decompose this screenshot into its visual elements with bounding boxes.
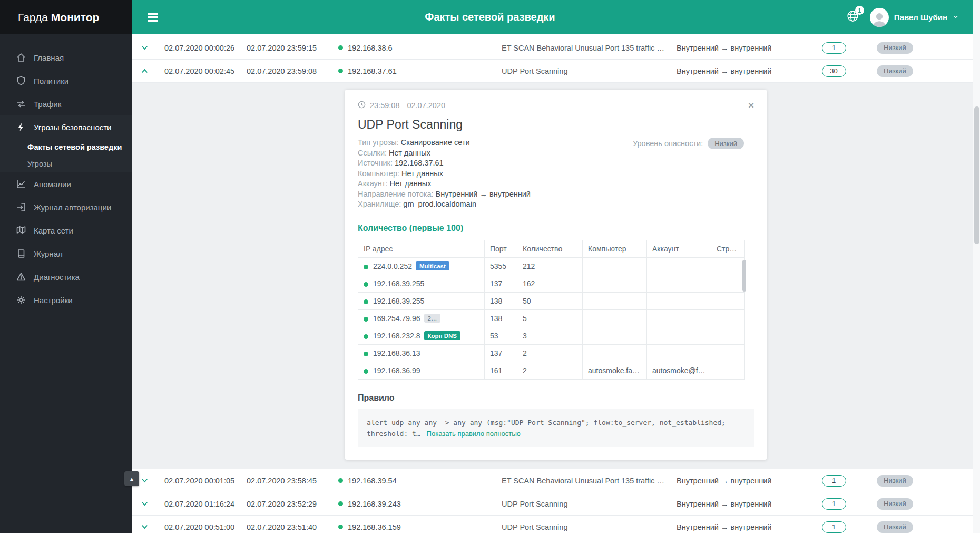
- danger-level: Низкий: [866, 521, 980, 533]
- count-country: [711, 362, 745, 379]
- expand-row-button[interactable]: [132, 500, 157, 508]
- sidebar-item-traffic[interactable]: Трафик: [0, 92, 132, 115]
- app-logo[interactable]: Гарда Монитор: [0, 0, 132, 34]
- row-detail-panel: 23:59:08 02.07.2020 × UDP Port Scanning …: [132, 83, 980, 469]
- expand-row-button[interactable]: [132, 523, 157, 531]
- count-section-title: Количество (первые 100): [358, 224, 754, 233]
- danger-level-badge: Низкий: [708, 138, 744, 149]
- sidebar-item-main[interactable]: Главная: [0, 46, 132, 69]
- sidebar-item-diagnostics[interactable]: Диагностика: [0, 265, 132, 288]
- count-col-header: Количество: [517, 240, 583, 257]
- time-end: 02.07.2020 23:59:08: [247, 67, 335, 75]
- fact-row[interactable]: 02.07.2020 00:02:4502.07.2020 23:59:0819…: [132, 60, 980, 83]
- sidebar-nav: ГлавнаяПолитикиТрафикУгрозы безопасности…: [0, 34, 132, 312]
- detail-field: Аккаунт:Нет данных: [358, 179, 633, 189]
- ip-status-dot: [364, 334, 368, 339]
- count-table-header: IP адресПортКоличествоКомпьютерАккаунтСт…: [358, 240, 745, 257]
- sidebar-subitem-recon-facts[interactable]: Факты сетевой разведки: [0, 139, 132, 156]
- scroll-to-top-button[interactable]: ▲: [124, 471, 139, 486]
- scrollbar-thumb[interactable]: [974, 106, 979, 244]
- count-pill: 1: [822, 475, 846, 487]
- bolt-icon: [16, 122, 26, 132]
- count-pill: 1: [822, 42, 846, 54]
- sidebar-item-label: Главная: [34, 53, 64, 62]
- show-full-rule-link[interactable]: Показать правило полностью: [427, 430, 521, 438]
- ip-status-dot: [364, 299, 368, 304]
- sidebar-item-network-map[interactable]: Карта сети: [0, 219, 132, 242]
- count-pill: 1: [822, 521, 846, 533]
- event-count: 1: [801, 521, 866, 533]
- count-row: 192.168.232.8Корп DNS533: [358, 327, 745, 344]
- field-label: Хранилище:: [358, 200, 401, 208]
- detail-field: Ссылки:Нет данных: [358, 148, 633, 159]
- sidebar-item-journal[interactable]: Журнал: [0, 242, 132, 265]
- danger-level: Низкий: [866, 498, 980, 510]
- source-ip: 192.168.37.61: [335, 67, 502, 75]
- source-ip: 192.168.39.243: [335, 500, 502, 508]
- count-ip: 192.168.36.13: [358, 344, 485, 362]
- count-country: [711, 309, 745, 327]
- collapse-row-button[interactable]: [132, 67, 157, 75]
- sidebar-item-auth-log[interactable]: Журнал авторизации: [0, 196, 132, 219]
- sidebar-toggle-button[interactable]: [145, 9, 160, 25]
- fact-row[interactable]: 02.07.2020 00:00:2602.07.2020 23:59:1519…: [132, 36, 980, 60]
- user-name: Павел Шубин: [894, 13, 947, 22]
- threat-detail-card: 23:59:08 02.07.2020 × UDP Port Scanning …: [345, 90, 767, 460]
- count-port: 161: [485, 362, 517, 379]
- detail-date: 02.07.2020: [407, 101, 445, 110]
- count-port: 137: [485, 275, 517, 292]
- ip-tag-badge: Multicast: [416, 261, 449, 270]
- time-start: 02.07.2020 00:51:00: [157, 523, 247, 531]
- count-value: 2: [517, 362, 583, 379]
- user-menu[interactable]: Павел Шубин: [870, 8, 959, 27]
- threat-name: UDP Port Scanning: [502, 500, 677, 508]
- detail-title: UDP Port Scanning: [358, 118, 754, 132]
- ip-status-dot: [364, 317, 368, 322]
- count-ip: 192.168.39.255: [358, 275, 485, 292]
- count-value: 5: [517, 309, 583, 327]
- detail-field: Направление потока:Внутренний → внутренн…: [358, 189, 633, 200]
- source-ip: 192.168.38.6: [335, 44, 502, 52]
- close-detail-button[interactable]: ×: [748, 100, 754, 110]
- book-icon: [16, 249, 26, 258]
- sidebar-subitem-threats-list[interactable]: Угрозы: [0, 156, 132, 172]
- brand-regular: Гарда: [18, 11, 48, 23]
- threat-name: UDP Port Scanning: [502, 67, 677, 75]
- sidebar-item-anomalies[interactable]: Аномалии: [0, 172, 132, 196]
- event-count: 30: [801, 65, 866, 77]
- count-table-scrollbar[interactable]: [742, 259, 746, 379]
- rule-section-title: Правило: [358, 393, 754, 403]
- rule-box: alert udp any any -> any any (msg:"UDP P…: [358, 409, 754, 448]
- sidebar-item-label: Журнал авторизации: [34, 203, 111, 212]
- sidebar-item-threats[interactable]: Угрозы безопасности: [0, 115, 132, 139]
- time-end: 02.07.2020 23:59:15: [247, 44, 335, 52]
- fact-row[interactable]: 02.07.2020 00:01:0502.07.2020 23:58:4519…: [132, 469, 980, 492]
- field-value: Нет данных: [389, 149, 430, 157]
- count-scrollbar-thumb[interactable]: [742, 260, 746, 292]
- time-start: 02.07.2020 00:01:05: [157, 477, 247, 485]
- topbar-right: 1 Павел Шубин: [846, 8, 959, 27]
- chevron-down-icon: [953, 13, 959, 22]
- page-scrollbar[interactable]: [973, 0, 980, 533]
- fact-row[interactable]: 02.07.2020 01:16:2402.07.2020 23:52:2919…: [132, 492, 980, 516]
- ip-tag-badge: 2…: [424, 314, 441, 323]
- sidebar-item-settings[interactable]: Настройки: [0, 288, 132, 312]
- count-account: [647, 292, 711, 309]
- ip-status-dot: [338, 525, 343, 529]
- sidebar-item-policies[interactable]: Политики: [0, 69, 132, 92]
- flow-direction: Внутренний → внутренний: [677, 67, 801, 75]
- count-pill: 30: [822, 65, 846, 77]
- fact-row[interactable]: 02.07.2020 00:51:0002.07.2020 23:51:4019…: [132, 516, 980, 533]
- count-value: 50: [517, 292, 583, 309]
- count-computer: [583, 327, 647, 344]
- notifications-button[interactable]: 1: [846, 9, 859, 25]
- sidebar: Гарда Монитор ГлавнаяПолитикиТрафикУгроз…: [0, 0, 132, 533]
- rule-text: alert udp any any -> any any (msg:"UDP P…: [367, 419, 726, 438]
- expand-row-button[interactable]: [132, 44, 157, 52]
- sidebar-item-label: Угрозы безопасности: [34, 123, 112, 132]
- danger-level: Низкий: [866, 65, 980, 77]
- detail-field: Источник:192.168.37.61: [358, 158, 633, 169]
- sidebar-item-label: Карта сети: [34, 226, 73, 235]
- level-badge: Низкий: [877, 521, 913, 533]
- flow-direction: Внутренний → внутренний: [677, 477, 801, 485]
